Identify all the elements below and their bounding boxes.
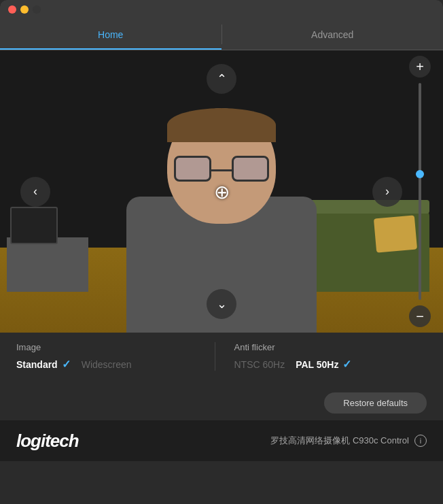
anti-flicker-label: Anti flicker — [234, 342, 427, 352]
zoom-out-button[interactable]: − — [409, 305, 431, 327]
person-glasses — [174, 156, 269, 183]
zoom-in-button[interactable]: + — [409, 56, 431, 78]
widescreen-option[interactable]: Widescreen — [82, 359, 132, 370]
settings-row: Image Standard ✓ Widescreen Anti flicker… — [16, 342, 427, 371]
anti-flicker-section: Anti flicker NTSC 60Hz PAL 50Hz ✓ — [221, 342, 427, 371]
zoom-thumb[interactable] — [416, 170, 424, 178]
ntsc-option[interactable]: NTSC 60Hz — [234, 359, 285, 370]
camera-view: ⌃ ⌄ ‹ › ⊕ + − — [0, 50, 443, 333]
settings-panel: Image Standard ✓ Widescreen Anti flicker… — [0, 333, 443, 384]
maximize-button[interactable] — [33, 5, 41, 14]
traffic-lights — [8, 5, 41, 14]
glasses-left — [174, 156, 211, 182]
monitor — [10, 207, 58, 244]
glasses-right — [232, 156, 269, 182]
footer: logitech 罗技高清网络摄像机 C930c Control i — [0, 420, 443, 461]
restore-defaults-row: Restore defaults — [0, 392, 443, 414]
anti-flicker-options: NTSC 60Hz PAL 50Hz ✓ — [234, 358, 427, 371]
pan-right-button[interactable]: › — [372, 177, 402, 207]
tab-advanced[interactable]: Advanced — [222, 19, 444, 50]
footer-right: 罗技高清网络摄像机 C930c Control i — [270, 435, 427, 447]
logitech-logo: logitech — [16, 431, 79, 452]
minimize-button[interactable] — [20, 5, 29, 14]
settings-divider — [215, 342, 215, 371]
desk — [7, 237, 88, 292]
person-head — [167, 108, 276, 224]
zoom-slider-container: + − — [408, 50, 432, 333]
device-name: 罗技高清网络摄像机 C930c Control — [270, 435, 409, 447]
pan-move-cursor[interactable]: ⊕ — [214, 180, 230, 203]
zoom-track[interactable] — [419, 83, 421, 300]
tab-home[interactable]: Home — [0, 19, 222, 50]
standard-option[interactable]: Standard ✓ — [16, 358, 71, 371]
pan-left-button[interactable]: ‹ — [20, 177, 50, 207]
info-icon[interactable]: i — [414, 435, 427, 447]
tab-bar: Home Advanced — [0, 19, 443, 50]
pan-up-button[interactable]: ⌃ — [207, 64, 236, 94]
person-hair — [167, 108, 276, 142]
glasses-bridge — [211, 169, 232, 171]
restore-defaults-button[interactable]: Restore defaults — [324, 392, 427, 414]
standard-check-icon: ✓ — [62, 358, 71, 371]
image-section: Image Standard ✓ Widescreen — [16, 342, 209, 371]
pal-option[interactable]: PAL 50Hz ✓ — [296, 358, 351, 371]
pal-check-icon: ✓ — [342, 358, 351, 371]
close-button[interactable] — [8, 5, 16, 14]
pan-down-button[interactable]: ⌄ — [207, 289, 236, 319]
image-label: Image — [16, 342, 209, 352]
title-bar — [0, 0, 443, 19]
image-options: Standard ✓ Widescreen — [16, 358, 209, 371]
